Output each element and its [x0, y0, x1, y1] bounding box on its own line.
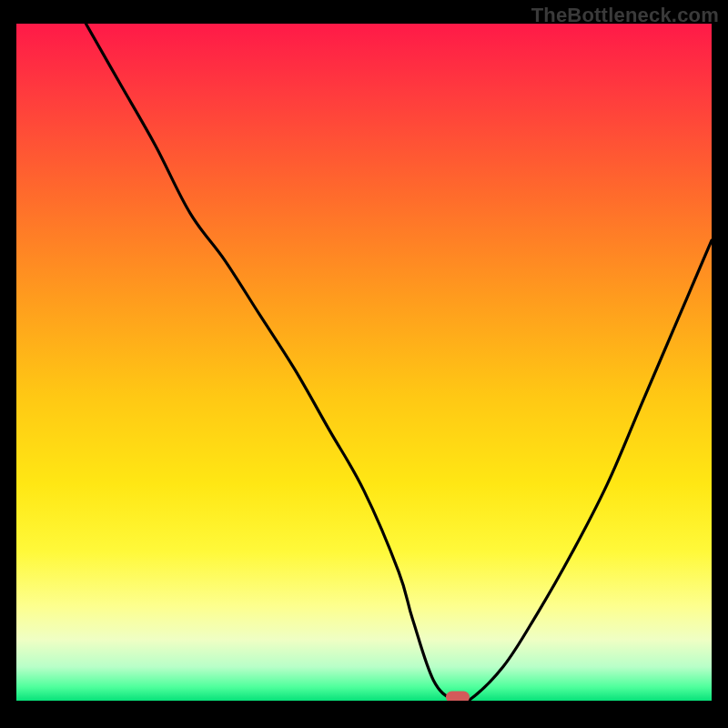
optimal-marker: [446, 692, 470, 701]
curve-svg: [16, 24, 712, 701]
plot-area: [16, 24, 712, 701]
watermark-text: TheBottleneck.com: [531, 4, 719, 27]
bottleneck-curve: [86, 24, 712, 701]
chart-frame: TheBottleneck.com: [0, 0, 728, 728]
